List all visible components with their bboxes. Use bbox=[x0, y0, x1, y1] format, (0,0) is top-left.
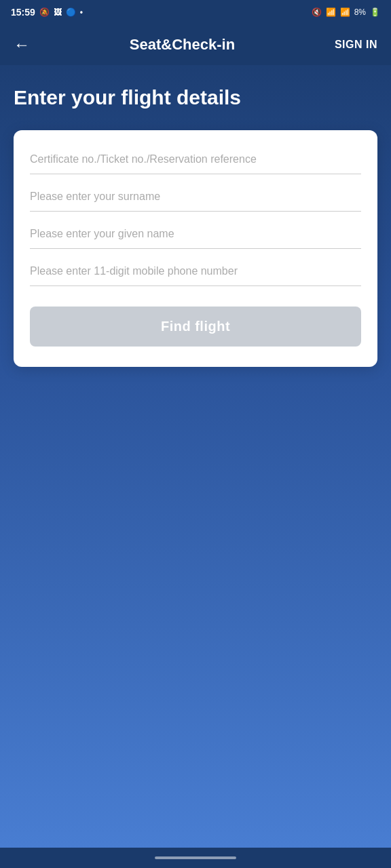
flight-details-form: Find flight bbox=[14, 130, 377, 367]
find-flight-button[interactable]: Find flight bbox=[30, 307, 361, 347]
page-title: Enter your flight details bbox=[14, 85, 377, 110]
battery-icon: 🔋 bbox=[370, 7, 380, 17]
mute-icon: 🔇 bbox=[312, 7, 322, 17]
phone-input[interactable] bbox=[30, 262, 361, 280]
surname-input[interactable] bbox=[30, 188, 361, 205]
bottom-bar bbox=[0, 848, 391, 868]
battery-display: 8% bbox=[354, 7, 366, 17]
time-display: 15:59 bbox=[11, 7, 35, 18]
dot-icon: • bbox=[80, 7, 83, 17]
given-name-input[interactable] bbox=[30, 225, 361, 243]
certificate-input[interactable] bbox=[30, 151, 361, 168]
surname-field-container bbox=[30, 188, 361, 212]
certificate-field-container bbox=[30, 151, 361, 174]
status-bar: 15:59 🔕 🖼 🔵 • 🔇 📶 📶 8% 🔋 bbox=[0, 0, 391, 24]
home-indicator bbox=[155, 856, 236, 859]
wifi-icon: 📶 bbox=[326, 7, 336, 17]
vpn-icon: 🔵 bbox=[66, 7, 76, 17]
nav-bar: ← Seat&Check-in SIGN IN bbox=[0, 24, 391, 65]
main-content: Enter your flight details Find flight bbox=[0, 65, 391, 848]
given-name-field-container bbox=[30, 225, 361, 249]
status-indicators: 🔇 📶 📶 8% 🔋 bbox=[312, 7, 380, 17]
signal-icon: 📶 bbox=[340, 7, 350, 17]
image-icon: 🖼 bbox=[54, 7, 62, 17]
sign-in-button[interactable]: SIGN IN bbox=[335, 39, 377, 51]
status-time: 15:59 🔕 🖼 🔵 • bbox=[11, 7, 83, 18]
app-title: Seat&Check-in bbox=[130, 36, 235, 54]
notifications-icon: 🔕 bbox=[39, 7, 50, 17]
back-button[interactable]: ← bbox=[14, 37, 30, 53]
phone-field-container bbox=[30, 262, 361, 286]
